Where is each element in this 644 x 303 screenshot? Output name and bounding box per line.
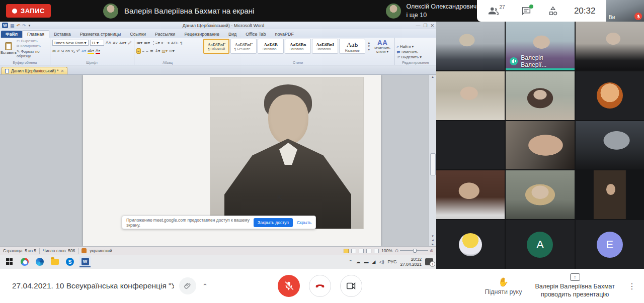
language-tray[interactable]: РУС [387,259,396,264]
borders-button[interactable]: ⊞▾ [169,49,175,53]
clear-formatting-icon[interactable]: 🖉 [128,41,132,45]
next-page-icon[interactable]: ▸ [432,242,434,246]
tile-speaker-valeria[interactable]: Валерія Валерії... [506,22,574,70]
strikethrough-button[interactable]: ab [65,49,70,53]
scrollbar-thumb[interactable] [430,153,436,175]
quick-access-toolbar[interactable]: W ▦ ↶ ↷ ▼ [2,23,31,28]
tab-mailings[interactable]: Рассылки [150,31,180,38]
bold-button[interactable]: Ж [52,49,56,53]
spellcheck-icon[interactable] [82,248,87,253]
print-layout-view-button[interactable] [344,249,349,253]
tab-file[interactable]: Файл [1,31,22,38]
italic-button[interactable]: К [57,49,60,53]
word-title-bar[interactable]: W ▦ ↶ ↷ ▼ Данил Щербаківський) - Microso… [0,22,436,29]
language-indicator[interactable]: украинский [90,248,112,253]
taskbar-explorer-icon[interactable] [49,256,60,267]
tile-avatar-e[interactable]: E [576,220,644,269]
tab-review[interactable]: Рецензирование [180,31,224,38]
more-options-icon[interactable]: ⋮ [628,281,636,291]
tile-young-man-profile[interactable] [506,121,574,170]
line-spacing-button[interactable]: ⇕▾ [155,49,160,53]
raise-hand-button[interactable]: ✋ Підняти руку [485,277,522,295]
save-icon[interactable]: ▦ [10,23,15,28]
hide-banner-link[interactable]: Скрыть [297,220,311,225]
tray-device-icon[interactable]: ▬ [364,259,369,264]
details-chevron-icon[interactable]: ⌃ [202,282,208,290]
vertical-scrollbar[interactable]: ▴ ▾ ◂ ▸ [429,75,436,246]
tile-man-suit-glasses[interactable] [436,22,505,70]
page-indicator[interactable]: Страница: 5 из 5 [3,248,36,253]
style-heading1[interactable]: АаБбВЗаголово... [258,39,284,54]
tab-insert[interactable]: Вставка [49,31,75,38]
outline-view-button[interactable] [366,249,371,253]
tray-expand-icon[interactable]: ⌃ [349,259,353,264]
show-marks-button[interactable]: ¶ [180,41,182,45]
tile-woman-pink[interactable] [436,121,505,170]
font-size-combo[interactable]: 11 ▾ [90,40,104,46]
taskbar-edge-icon[interactable] [34,256,45,267]
change-styles-button[interactable]: АА Изменить стили ▾ [372,39,392,54]
shrink-font-icon[interactable]: A˅ [113,41,118,45]
increase-indent-button[interactable]: ⇥ [166,41,170,45]
tile-man-dark-room[interactable] [576,121,644,170]
tab-references[interactable]: Ссылки [125,31,150,38]
taskbar-skype-icon[interactable]: S [64,256,75,267]
taskbar-chrome-icon[interactable] [19,256,30,267]
tile-blonde-woman[interactable] [506,170,574,219]
zoom-out-icon[interactable]: ⊖ [395,248,398,253]
tile-woman-dark-hair[interactable] [506,71,574,120]
highlight-color-button[interactable]: ab▾ [88,48,94,54]
styles-gallery[interactable]: АаБбВвГ¶ Обычный АаБбВвГ¶ Без инте... Аа… [203,39,365,54]
participants-button[interactable]: 27 [488,6,505,17]
presentation-status[interactable]: ↑ Валерія Валеріївна Бахмат проводить пр… [535,273,615,299]
copy-button[interactable]: ⧉ Копировать [17,44,48,49]
style-normal[interactable]: АаБбВвГ¶ Обычный [203,39,229,54]
volume-icon[interactable]: ◁) [379,259,384,264]
change-case-icon[interactable]: Аа▾ [119,41,126,45]
paste-button[interactable]: Вставить [2,39,15,58]
decrease-indent-button[interactable]: ⇤ [162,41,165,45]
replace-button[interactable]: ⇄ Заменить [397,50,433,54]
fullscreen-view-button[interactable] [351,249,356,253]
start-button[interactable] [4,256,15,267]
align-center-button[interactable]: ≡ [142,49,145,53]
numbering-button[interactable]: ≕▾ [144,41,150,45]
tab-office-tab[interactable]: Office Tab [241,31,270,38]
tile-man-glasses-carpet[interactable] [436,170,505,219]
select-button[interactable]: ☞ Выделить ▾ [397,55,433,59]
styles-gallery-scroll[interactable]: ▲▼▼ [367,41,370,51]
multilevel-list-button[interactable]: ⋮≡▾ [151,41,160,45]
tray-clock[interactable]: 20:32 27.04.2021 [400,257,422,267]
draft-view-button[interactable] [374,249,379,253]
tab-page-layout[interactable]: Разметка страницы [75,31,126,38]
style-no-spacing[interactable]: АаБбВвГ¶ Без инте... [230,39,257,54]
find-button[interactable]: ⌕ Найти ▾ [397,44,433,49]
zoom-slider[interactable]: ⊖ ⊕ [395,248,433,253]
tile-avatar-photo[interactable] [576,71,644,120]
tile-older-woman-glasses[interactable] [436,71,505,120]
web-layout-view-button[interactable] [359,249,364,253]
scroll-down-icon[interactable]: ▾ [432,234,434,238]
notification-center-icon[interactable] [425,258,433,265]
attachments-button[interactable] [179,277,196,294]
zoom-in-icon[interactable]: ⊕ [430,248,433,253]
zoom-knob[interactable] [413,249,417,253]
style-heading3[interactable]: АаБбВвІЗаголово... [312,39,338,54]
tab-novapdf[interactable]: novaPDF [270,31,298,38]
underline-button[interactable]: Ч [61,49,64,53]
tile-woman-portrait-video[interactable] [576,170,644,219]
tile-avatar-a[interactable]: A [506,220,574,269]
document-tab-close-icon[interactable]: ✕ [61,69,64,73]
undo-icon[interactable]: ↶ [17,23,21,28]
text-effects-icon[interactable]: A▾ [82,49,86,53]
align-left-button[interactable]: ≡ [136,48,141,54]
onedrive-icon[interactable]: ☁ [356,259,361,264]
tab-view[interactable]: Вид [224,31,241,38]
bullets-button[interactable]: ≔▾ [136,41,142,45]
network-icon[interactable]: ◢ [372,259,376,264]
minimize-button[interactable]: — [416,23,420,28]
word-count[interactable]: Число слов: 506 [43,248,75,253]
close-button[interactable]: ✕ [430,23,434,28]
cut-button[interactable]: ✂ Вырезать [17,39,48,43]
activities-button[interactable] [547,6,558,17]
